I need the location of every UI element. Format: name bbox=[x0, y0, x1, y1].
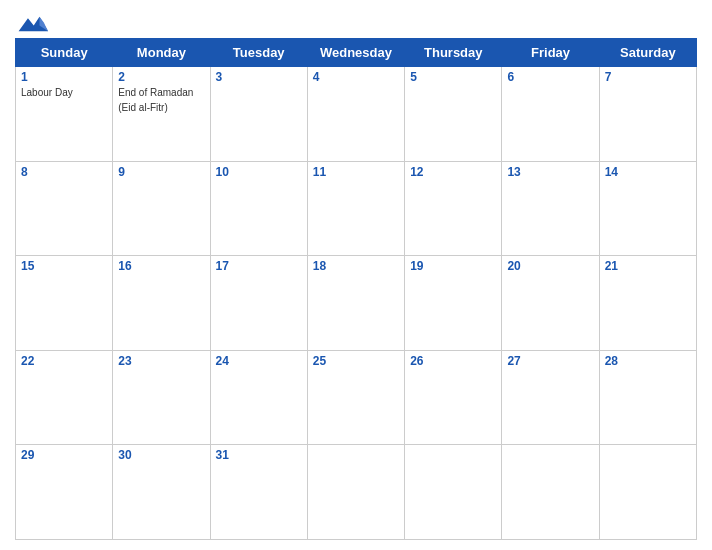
day-number: 23 bbox=[118, 354, 204, 368]
calendar-cell: 1Labour Day bbox=[16, 67, 113, 162]
day-number: 26 bbox=[410, 354, 496, 368]
day-number: 3 bbox=[216, 70, 302, 84]
calendar-week-2: 891011121314 bbox=[16, 161, 697, 256]
calendar-cell: 20 bbox=[502, 256, 599, 351]
weekday-header-wednesday: Wednesday bbox=[307, 39, 404, 67]
calendar-cell: 9 bbox=[113, 161, 210, 256]
day-number: 5 bbox=[410, 70, 496, 84]
day-number: 22 bbox=[21, 354, 107, 368]
calendar-cell: 14 bbox=[599, 161, 696, 256]
calendar-cell: 3 bbox=[210, 67, 307, 162]
day-number: 13 bbox=[507, 165, 593, 179]
calendar-cell: 4 bbox=[307, 67, 404, 162]
weekday-header-thursday: Thursday bbox=[405, 39, 502, 67]
calendar-week-1: 1Labour Day2End of Ramadan(Eid al-Fitr)3… bbox=[16, 67, 697, 162]
calendar-cell bbox=[405, 445, 502, 540]
calendar-cell: 19 bbox=[405, 256, 502, 351]
calendar-cell: 29 bbox=[16, 445, 113, 540]
calendar-cell: 26 bbox=[405, 350, 502, 445]
day-number: 16 bbox=[118, 259, 204, 273]
day-number: 14 bbox=[605, 165, 691, 179]
calendar-cell: 16 bbox=[113, 256, 210, 351]
calendar-cell: 24 bbox=[210, 350, 307, 445]
calendar-cell: 30 bbox=[113, 445, 210, 540]
day-event: End of Ramadan bbox=[118, 86, 204, 99]
day-number: 29 bbox=[21, 448, 107, 462]
day-number: 11 bbox=[313, 165, 399, 179]
calendar-cell: 8 bbox=[16, 161, 113, 256]
day-number: 18 bbox=[313, 259, 399, 273]
calendar-cell: 28 bbox=[599, 350, 696, 445]
weekday-header-saturday: Saturday bbox=[599, 39, 696, 67]
day-number: 10 bbox=[216, 165, 302, 179]
day-number: 28 bbox=[605, 354, 691, 368]
calendar-cell bbox=[307, 445, 404, 540]
calendar-cell: 21 bbox=[599, 256, 696, 351]
calendar-week-4: 22232425262728 bbox=[16, 350, 697, 445]
day-number: 20 bbox=[507, 259, 593, 273]
day-number: 27 bbox=[507, 354, 593, 368]
day-number: 1 bbox=[21, 70, 107, 84]
day-number: 15 bbox=[21, 259, 107, 273]
day-number: 31 bbox=[216, 448, 302, 462]
day-number: 12 bbox=[410, 165, 496, 179]
calendar-table: SundayMondayTuesdayWednesdayThursdayFrid… bbox=[15, 38, 697, 540]
calendar-cell: 31 bbox=[210, 445, 307, 540]
calendar-cell bbox=[502, 445, 599, 540]
calendar-cell: 22 bbox=[16, 350, 113, 445]
day-number: 2 bbox=[118, 70, 204, 84]
day-number: 7 bbox=[605, 70, 691, 84]
day-number: 6 bbox=[507, 70, 593, 84]
day-number: 24 bbox=[216, 354, 302, 368]
calendar-cell: 27 bbox=[502, 350, 599, 445]
calendar-cell: 23 bbox=[113, 350, 210, 445]
day-number: 17 bbox=[216, 259, 302, 273]
calendar-week-5: 293031 bbox=[16, 445, 697, 540]
calendar-cell: 17 bbox=[210, 256, 307, 351]
logo bbox=[15, 10, 51, 34]
calendar-cell: 7 bbox=[599, 67, 696, 162]
calendar-cell: 25 bbox=[307, 350, 404, 445]
weekday-header-sunday: Sunday bbox=[16, 39, 113, 67]
day-number: 9 bbox=[118, 165, 204, 179]
calendar-cell: 12 bbox=[405, 161, 502, 256]
country-label bbox=[617, 10, 697, 14]
calendar-cell: 5 bbox=[405, 67, 502, 162]
day-number: 8 bbox=[21, 165, 107, 179]
calendar-cell: 18 bbox=[307, 256, 404, 351]
weekday-header-monday: Monday bbox=[113, 39, 210, 67]
day-number: 19 bbox=[410, 259, 496, 273]
weekday-header-friday: Friday bbox=[502, 39, 599, 67]
calendar-cell: 10 bbox=[210, 161, 307, 256]
day-event: (Eid al-Fitr) bbox=[118, 101, 204, 114]
day-number: 30 bbox=[118, 448, 204, 462]
weekday-header-tuesday: Tuesday bbox=[210, 39, 307, 67]
calendar-cell: 2End of Ramadan(Eid al-Fitr) bbox=[113, 67, 210, 162]
day-number: 4 bbox=[313, 70, 399, 84]
calendar-cell bbox=[599, 445, 696, 540]
calendar-cell: 15 bbox=[16, 256, 113, 351]
calendar-week-3: 15161718192021 bbox=[16, 256, 697, 351]
calendar-cell: 11 bbox=[307, 161, 404, 256]
day-number: 21 bbox=[605, 259, 691, 273]
day-event: Labour Day bbox=[21, 86, 107, 99]
calendar-cell: 6 bbox=[502, 67, 599, 162]
day-number: 25 bbox=[313, 354, 399, 368]
calendar-cell: 13 bbox=[502, 161, 599, 256]
